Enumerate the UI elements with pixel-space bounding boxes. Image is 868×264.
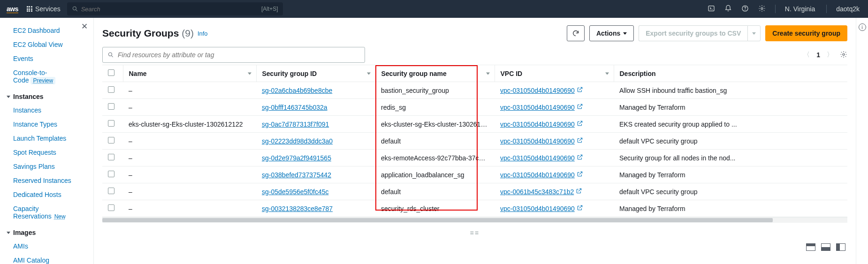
- sidebar-item-savings-plans[interactable]: Savings Plans: [0, 159, 93, 173]
- dock-bottom-button[interactable]: [821, 243, 830, 251]
- cell-name: –: [123, 99, 256, 116]
- sidebar-item-instance-types[interactable]: Instance Types: [0, 117, 93, 131]
- cell-desc: Managed by Terraform: [614, 200, 847, 217]
- actions-button[interactable]: Actions: [589, 25, 634, 41]
- row-checkbox[interactable]: [108, 120, 114, 127]
- sidebar-item-dedicated-hosts[interactable]: Dedicated Hosts: [0, 188, 93, 202]
- cell-sgname: eks-remoteAccess-92c77bba-37c3-ab…: [375, 150, 495, 166]
- prev-page-button[interactable]: 〈: [803, 51, 810, 59]
- row-checkbox[interactable]: [108, 154, 114, 160]
- column-header-sgname[interactable]: Security group name: [375, 65, 495, 82]
- export-csv-button[interactable]: Export security groups to CSV: [639, 25, 747, 41]
- settings-icon[interactable]: [758, 5, 766, 14]
- sgid-link[interactable]: sg-02223dd98d3ddc3a0: [262, 137, 333, 145]
- table-settings-button[interactable]: [840, 51, 847, 60]
- sidebar-item-console-to-code[interactable]: Console-to-CodePreview: [0, 66, 93, 87]
- sgid-link[interactable]: sg-02a6cba4b69be8cbe: [262, 87, 332, 94]
- sidebar-item-launch-templates[interactable]: Launch Templates: [0, 131, 93, 145]
- sidebar-item-instances[interactable]: Instances: [0, 103, 93, 117]
- dock-top-button[interactable]: [806, 243, 815, 251]
- sidebar-item-ami-catalog[interactable]: AMI Catalog: [0, 253, 93, 264]
- vpc-link[interactable]: vpc-031050d4b01490690: [500, 104, 575, 111]
- sidebar-group-instances[interactable]: Instances: [0, 87, 93, 103]
- column-header-vpc[interactable]: VPC ID: [495, 65, 614, 82]
- select-all-header: [102, 65, 123, 82]
- chevron-down-icon: [7, 96, 10, 98]
- table-row[interactable]: –sg-038befed737375442application_loadbal…: [102, 166, 847, 183]
- column-header-sgid[interactable]: Security group ID: [256, 65, 375, 82]
- vpc-link[interactable]: vpc-031050d4b01490690: [500, 121, 575, 128]
- scrollbar-thumb[interactable]: [102, 218, 773, 222]
- export-csv-dropdown[interactable]: [747, 25, 761, 41]
- sgid-link[interactable]: sg-0d2e979a2f9491565: [262, 154, 331, 162]
- vpc-link[interactable]: vpc-031050d4b01490690: [500, 137, 575, 145]
- table-row[interactable]: eks-cluster-sg-Eks-cluster-1302612122sg-…: [102, 116, 847, 133]
- table-row[interactable]: –sg-02a6cba4b69be8cbebastion_security_gr…: [102, 82, 847, 99]
- table-row[interactable]: –sg-02223dd98d3ddc3a0defaultvpc-031050d4…: [102, 133, 847, 150]
- dock-side-button[interactable]: [836, 243, 845, 251]
- cloudshell-icon[interactable]: [708, 5, 715, 14]
- table-row[interactable]: –sg-0bfff1463745b032aredis_sgvpc-031050d…: [102, 99, 847, 116]
- external-link-icon: [577, 86, 583, 93]
- sidebar-item-spot-requests[interactable]: Spot Requests: [0, 145, 93, 159]
- sgid-link[interactable]: sg-038befed737375442: [262, 171, 331, 179]
- services-menu[interactable]: Services: [27, 5, 61, 13]
- sidebar-group-images[interactable]: Images: [0, 223, 93, 239]
- column-header-name[interactable]: Name: [123, 65, 256, 82]
- table-row[interactable]: –sg-0032138283ce8e787security_rds_cluste…: [102, 200, 847, 217]
- row-checkbox[interactable]: [108, 171, 114, 177]
- sgid-link[interactable]: sg-0032138283ce8e787: [262, 205, 333, 212]
- sidebar-item-events[interactable]: Events: [0, 52, 93, 66]
- sidebar-item-amis[interactable]: AMIs: [0, 239, 93, 253]
- global-search[interactable]: [Alt+S]: [67, 2, 283, 15]
- table-row[interactable]: –sg-05de5956e5f0fc45cdefaultvpc-0061b45c…: [102, 183, 847, 200]
- services-label: Services: [35, 5, 61, 13]
- row-checkbox[interactable]: [108, 86, 114, 93]
- column-header-desc[interactable]: Description: [614, 65, 847, 82]
- sgid-link[interactable]: sg-05de5956e5f0fc45c: [262, 188, 328, 196]
- filter-input[interactable]: [118, 51, 360, 59]
- cell-sgid: sg-0bfff1463745b032a: [256, 99, 375, 116]
- close-sidebar-icon[interactable]: ✕: [81, 22, 88, 31]
- aws-logo[interactable]: aws: [7, 5, 18, 13]
- search-input[interactable]: [81, 6, 261, 13]
- sgid-link[interactable]: sg-0ac7d787313f7f091: [262, 121, 329, 128]
- cell-name: –: [123, 133, 256, 150]
- row-checkbox[interactable]: [108, 188, 114, 194]
- cell-sgid: sg-05de5956e5f0fc45c: [256, 183, 375, 200]
- create-security-group-button[interactable]: Create security group: [765, 25, 847, 41]
- next-page-button[interactable]: 〉: [827, 51, 833, 59]
- help-icon[interactable]: [741, 5, 749, 14]
- vpc-link[interactable]: vpc-031050d4b01490690: [500, 154, 575, 162]
- row-checkbox[interactable]: [108, 103, 114, 110]
- cell-sgname: security_rds_cluster: [375, 200, 495, 217]
- cell-name: eks-cluster-sg-Eks-cluster-1302612122: [123, 116, 256, 133]
- sidebar-item-ec2-global-view[interactable]: EC2 Global View: [0, 38, 93, 52]
- sidebar-item-ec2-dashboard[interactable]: EC2 Dashboard: [0, 23, 93, 38]
- external-link-icon: [577, 137, 583, 143]
- sgid-link[interactable]: sg-0bfff1463745b032a: [262, 104, 327, 111]
- info-panel-toggle[interactable]: i: [859, 23, 866, 31]
- vpc-link[interactable]: vpc-031050d4b01490690: [500, 171, 575, 179]
- sidebar-item-reserved-instances[interactable]: Reserved Instances: [0, 173, 93, 188]
- cell-name: –: [123, 82, 256, 99]
- sidebar-item-capacity-reservations[interactable]: Capacity ReservationsNew: [0, 202, 93, 223]
- table-row[interactable]: –sg-0d2e979a2f9491565eks-remoteAccess-92…: [102, 150, 847, 166]
- select-all-checkbox[interactable]: [108, 69, 114, 76]
- cell-sgname: eks-cluster-sg-Eks-cluster-1302612122: [375, 116, 495, 133]
- refresh-button[interactable]: [567, 25, 585, 41]
- filter-input-wrapper[interactable]: [102, 47, 365, 63]
- region-selector[interactable]: N. Virginia: [785, 5, 817, 13]
- horizontal-scrollbar[interactable]: [102, 217, 847, 223]
- cell-name: –: [123, 166, 256, 183]
- vpc-link[interactable]: vpc-0061b45c3483c71b2: [500, 188, 574, 196]
- notifications-icon[interactable]: [724, 5, 732, 14]
- panel-drag-handle[interactable]: ==: [470, 229, 480, 237]
- row-checkbox[interactable]: [108, 204, 114, 211]
- vpc-link[interactable]: vpc-031050d4b01490690: [500, 87, 575, 94]
- vpc-link[interactable]: vpc-031050d4b01490690: [500, 205, 575, 212]
- row-checkbox[interactable]: [108, 137, 114, 143]
- page-title: Security Groups (9): [102, 28, 194, 39]
- account-menu[interactable]: daotq2k: [836, 5, 861, 13]
- info-link[interactable]: Info: [198, 30, 208, 37]
